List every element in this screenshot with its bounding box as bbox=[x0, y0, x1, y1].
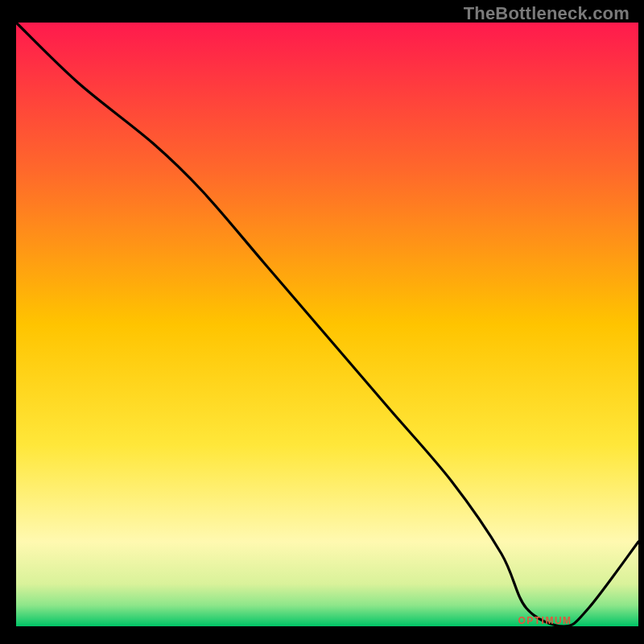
bottleneck-chart: OPTIMUM bbox=[0, 0, 644, 644]
watermark-text: TheBottleneck.com bbox=[464, 3, 630, 24]
chart-background bbox=[16, 23, 638, 626]
optimum-annotation: OPTIMUM bbox=[518, 615, 572, 626]
